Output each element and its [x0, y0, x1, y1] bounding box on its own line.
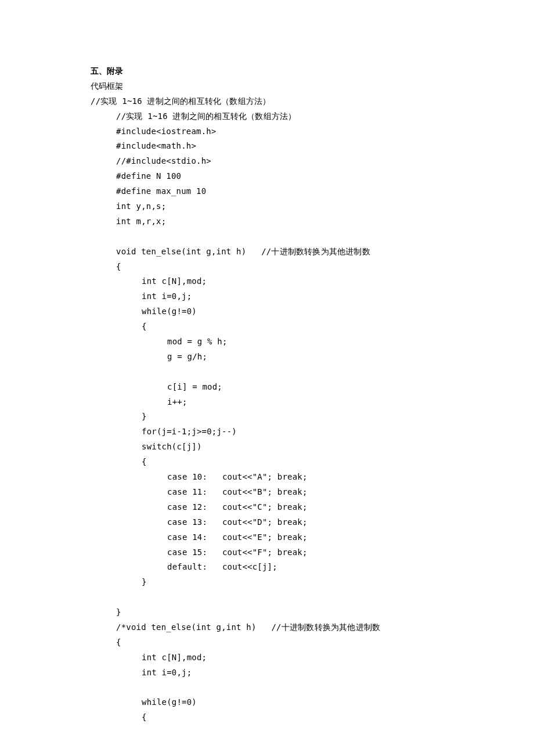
subheading: 代码框架	[91, 79, 453, 94]
code-line: case 10: cout<<"A"; break;	[167, 470, 453, 485]
code-line: #define max_num 10	[116, 184, 453, 199]
code-line: }	[116, 605, 453, 620]
blank-line	[91, 681, 453, 696]
code-line: /*void ten_else(int g,int h) //十进制数转换为其他…	[116, 620, 453, 635]
code-line: #define N 100	[116, 169, 453, 184]
code-line: {	[142, 455, 453, 470]
code-line: case 11: cout<<"B"; break;	[167, 485, 453, 500]
code-line: //实现 1~16 进制之间的相互转化（数组方法）	[116, 109, 453, 124]
code-line: {	[142, 710, 453, 725]
top-comment: //实现 1~16 进制之间的相互转化（数组方法）	[91, 94, 453, 109]
code-line: case 12: cout<<"C"; break;	[167, 500, 453, 515]
code-line: switch(c[j])	[142, 440, 453, 455]
code-line: {	[142, 319, 453, 334]
code-line: i++;	[167, 395, 453, 410]
blank-line	[91, 365, 453, 380]
code-line: case 14: cout<<"E"; break;	[167, 530, 453, 545]
blank-line	[91, 590, 453, 605]
code-line: while(g!=0)	[142, 304, 453, 319]
document-page: 五、附录 代码框架 //实现 1~16 进制之间的相互转化（数组方法） //实现…	[0, 0, 534, 756]
code-line: }	[142, 409, 453, 424]
code-line: default: cout<<c[j];	[167, 560, 453, 575]
code-line: void ten_else(int g,int h) //十进制数转换为其他进制…	[116, 244, 453, 260]
code-line: while(g!=0)	[142, 695, 453, 710]
code-line: for(j=i-1;j>=0;j--)	[142, 424, 453, 440]
code-line: int c[N],mod;	[142, 650, 453, 665]
code-line: c[i] = mod;	[167, 380, 453, 395]
code-line: //#include<stdio.h>	[116, 154, 453, 169]
code-line: }	[142, 575, 453, 590]
code-line: case 13: cout<<"D"; break;	[167, 515, 453, 530]
code-line: #include<math.h>	[116, 139, 453, 154]
code-line: {	[116, 635, 453, 650]
code-line: case 15: cout<<"F"; break;	[167, 545, 453, 560]
code-line: int i=0,j;	[142, 289, 453, 304]
code-line: #include<iostream.h>	[116, 124, 453, 139]
code-line: {	[116, 260, 453, 275]
code-line: mod = g % h;	[167, 334, 453, 350]
code-line: g = g/h;	[167, 350, 453, 365]
code-line: int y,n,s;	[116, 199, 453, 214]
code-line: int m,r,x;	[116, 214, 453, 229]
code-line: int c[N],mod;	[142, 274, 453, 289]
section-heading: 五、附录	[91, 64, 453, 79]
blank-line	[91, 229, 453, 244]
code-line: int i=0,j;	[142, 665, 453, 681]
